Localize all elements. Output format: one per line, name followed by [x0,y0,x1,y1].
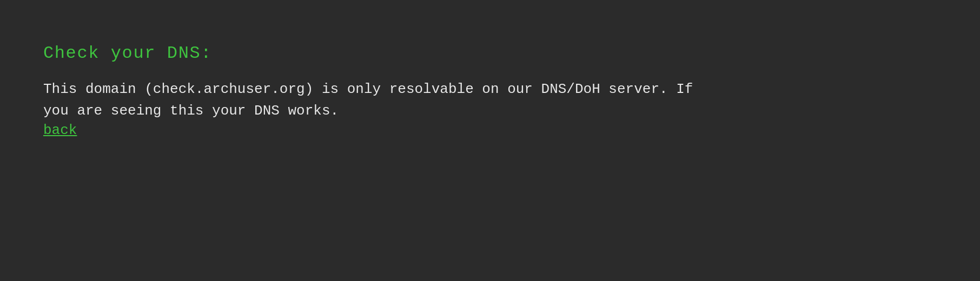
body-text-block: This domain (check.archuser.org) is only… [43,78,693,138]
body-line-2: you are seeing this your DNS works. [43,100,693,122]
page-heading: Check your DNS: [43,43,693,63]
main-content: Check your DNS: This domain (check.archu… [43,43,693,138]
back-link[interactable]: back [43,122,77,138]
body-line-1: This domain (check.archuser.org) is only… [43,78,693,100]
